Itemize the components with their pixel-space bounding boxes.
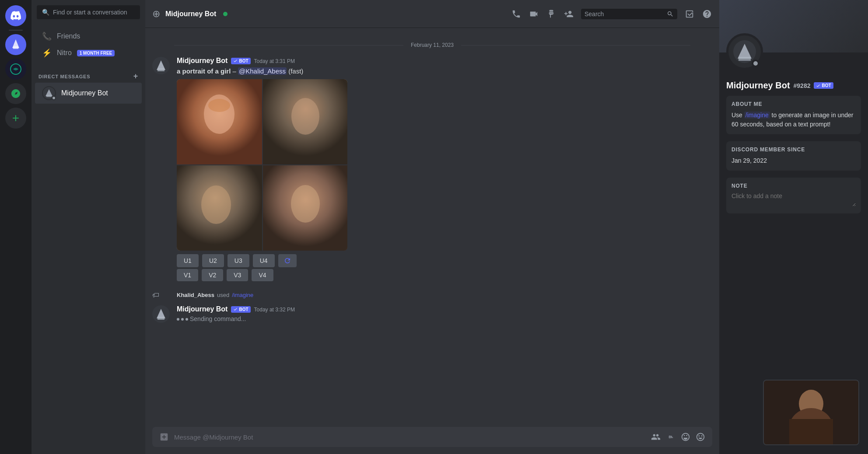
message-input-area: Message @Midjourney Bot [145, 427, 719, 454]
video-button[interactable] [528, 9, 539, 19]
channel-status-indicator [223, 12, 228, 16]
input-icons [651, 432, 705, 442]
message-input-placeholder: Message @Midjourney Bot [174, 433, 646, 441]
message-group-1: Midjourney Bot BOT Today at 3:31 PM a po… [145, 55, 719, 283]
sailboat-server-icon[interactable] [5, 34, 26, 55]
people-icon[interactable] [651, 432, 661, 442]
add-server-button[interactable]: + [5, 108, 26, 129]
refresh-button[interactable] [278, 254, 297, 267]
u4-button[interactable]: U4 [253, 254, 275, 267]
v2-button[interactable]: V2 [202, 269, 223, 281]
bot-badge-2: BOT [231, 306, 250, 313]
date-separator-text: February 11, 2023 [411, 42, 454, 48]
dm-midjourney-label: Midjourney Bot [61, 89, 108, 97]
profile-avatar-area [719, 33, 868, 70]
member-since-title: DISCORD MEMBER SINCE [732, 147, 856, 153]
note-input[interactable] [732, 192, 856, 206]
midjourney-avatar-1 [152, 57, 170, 74]
action-buttons-row-2: V1 V2 V3 V4 [177, 269, 712, 281]
sidebar-item-friends[interactable]: 📞 Friends [35, 28, 142, 45]
command-name[interactable]: /imagine [232, 292, 253, 298]
sticker-icon[interactable] [681, 432, 690, 442]
discord-logo-button[interactable] [5, 5, 26, 26]
find-conversation-search[interactable]: 🔍 Find or start a conversation [37, 5, 140, 19]
avatar-status-dot [52, 96, 56, 100]
add-dm-button[interactable]: + [133, 72, 138, 81]
channel-header: ⊕ Midjourney Bot Search [145, 0, 719, 28]
dm-section-header: DIRECT MESSAGES + [32, 65, 145, 83]
profile-discriminator: #9282 [794, 82, 811, 89]
pin-button[interactable] [546, 9, 556, 19]
channel-at-icon: ⊕ [152, 8, 160, 20]
icon-bar: + [0, 0, 32, 454]
about-me-prefix: Use [732, 112, 744, 119]
midjourney-avatar-2 [152, 305, 170, 323]
message-time-1: Today at 3:31 PM [254, 58, 295, 64]
sidebar-item-nitro[interactable]: ⚡ Nitro 1 MONTH FREE [35, 45, 142, 61]
v3-button[interactable]: V3 [227, 269, 248, 281]
about-me-title: ABOUT ME [732, 101, 856, 107]
about-me-section: ABOUT ME Use /imagine to generate an ima… [726, 96, 861, 134]
nitro-badge: 1 MONTH FREE [77, 50, 115, 56]
portrait-image-3[interactable] [177, 165, 262, 251]
dm-item-midjourney[interactable]: Midjourney Bot [35, 83, 142, 104]
portrait-image-2[interactable] [263, 79, 347, 164]
explore-icon[interactable] [5, 83, 26, 104]
video-overlay [763, 380, 859, 445]
add-member-button[interactable] [564, 9, 574, 19]
gif-icon[interactable] [666, 432, 676, 442]
search-icon: 🔍 [42, 9, 49, 16]
profile-panel: Midjourney Bot #9282 BOT ABOUT ME Use /i… [719, 0, 868, 454]
date-separator: February 11, 2023 [145, 42, 719, 48]
plus-icon[interactable] [159, 432, 169, 442]
search-placeholder: Search [584, 10, 663, 17]
member-since-section: DISCORD MEMBER SINCE Jan 29, 2022 [726, 141, 861, 171]
inbox-button[interactable] [684, 9, 695, 19]
bot-badge-1: BOT [231, 58, 250, 64]
message-group-2: Midjourney Bot BOT Today at 3:32 PM Send… [145, 304, 719, 325]
search-placeholder-text: Find or start a conversation [53, 9, 127, 16]
v4-button[interactable]: V4 [252, 269, 273, 281]
note-section[interactable]: NOTE [726, 178, 861, 213]
svg-point-3 [208, 99, 230, 112]
chatgpt-server-icon[interactable] [5, 59, 26, 80]
u2-button[interactable]: U2 [202, 254, 224, 267]
profile-name-text: Midjourney Bot [726, 80, 790, 91]
command-user-name: Khalid_Abess [177, 292, 214, 298]
message-search-input[interactable]: Search [581, 9, 677, 19]
profile-username: Midjourney Bot #9282 BOT [726, 80, 861, 91]
message-time-2: Today at 3:32 PM [254, 307, 295, 313]
messages-area[interactable]: February 11, 2023 Midjourney Bot BOT Tod… [145, 28, 719, 427]
note-title: NOTE [732, 183, 856, 189]
message-bold-text: a portrait of a girl [177, 67, 231, 75]
video-person [764, 381, 858, 444]
emoji-icon[interactable] [696, 432, 705, 442]
help-button[interactable] [702, 9, 712, 19]
svg-point-5 [291, 98, 319, 135]
sending-indicator: Sending command... [177, 315, 712, 324]
command-used-text: used [217, 292, 229, 298]
command-used-line: 🏷 Khalid_Abess used /imagine [145, 290, 719, 300]
member-since-date: Jan 29, 2022 [732, 156, 856, 165]
loading-dot-1 [177, 318, 179, 321]
action-buttons-row-1: U1 U2 U3 U4 [177, 254, 712, 267]
message-input-box[interactable]: Message @Midjourney Bot [152, 427, 712, 447]
v1-button[interactable]: V1 [177, 269, 198, 281]
sidebar-nav: 📞 Friends ⚡ Nitro 1 MONTH FREE [32, 24, 145, 65]
profile-bot-badge: BOT [814, 82, 833, 89]
message-header-1: Midjourney Bot BOT Today at 3:31 PM [177, 57, 712, 65]
image-grid[interactable] [177, 79, 347, 251]
main-content: ⊕ Midjourney Bot Search [145, 0, 719, 454]
u3-button[interactable]: U3 [228, 254, 249, 267]
friends-icon: 📞 [42, 31, 52, 41]
nitro-icon: ⚡ [42, 48, 52, 58]
svg-rect-14 [789, 419, 833, 445]
portrait-image-4[interactable] [263, 165, 347, 251]
midjourney-bot-avatar [42, 86, 56, 100]
message-author-1: Midjourney Bot [177, 57, 228, 65]
call-button[interactable] [511, 9, 522, 19]
portrait-image-1[interactable] [177, 79, 262, 164]
u1-button[interactable]: U1 [177, 254, 199, 267]
message-author-2: Midjourney Bot [177, 305, 228, 313]
loading-dot-3 [186, 318, 188, 321]
